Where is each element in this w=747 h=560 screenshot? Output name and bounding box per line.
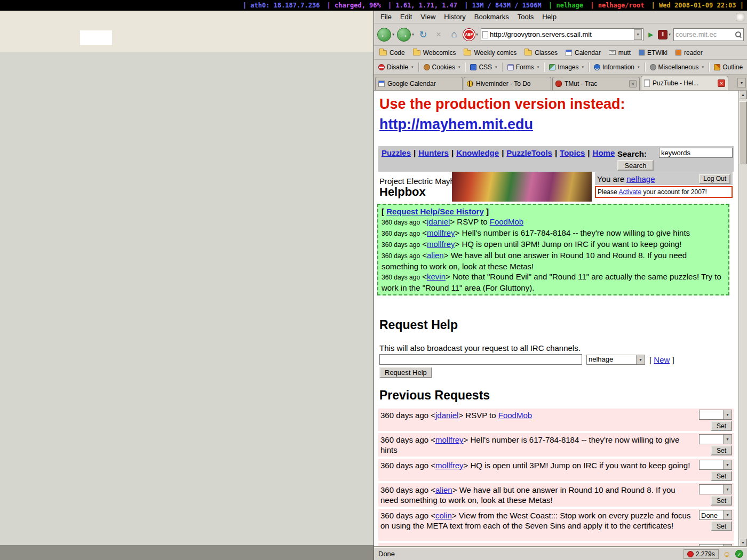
nav-link-puzzletools[interactable]: PuzzleTools [506,148,552,157]
user-link[interactable]: mollfrey [427,239,455,249]
user-link[interactable]: kevin [427,272,446,281]
chevron-down-icon[interactable]: ▾ [723,435,732,444]
user-link[interactable]: mollfrey [427,228,455,237]
bookmark-classes[interactable]: Classes [525,49,558,57]
tab-google-calendar[interactable]: Google Calendar [375,77,463,90]
webdev-forms[interactable]: Forms▾ [507,63,539,71]
webdev-cookies[interactable]: Cookies▾ [424,63,460,71]
bookmark-webcomics[interactable]: Webcomics [413,49,456,57]
nav-link-knowledge[interactable]: Knowledge [456,148,499,157]
url-text[interactable]: http://groovytron.servers.csail.mit [490,30,632,38]
browser-search-box[interactable]: course.mit.ec [673,28,744,41]
chevron-down-icon[interactable]: ▾ [723,510,732,519]
menu-bookmarks[interactable]: Bookmarks [470,11,513,22]
new-user-link[interactable]: New [654,355,670,364]
menu-help[interactable]: Help [538,11,561,22]
logout-button[interactable]: Log Out [699,174,730,184]
webdev-miscellaneous[interactable]: Miscellaneous▾ [650,63,704,71]
back-button[interactable]: ← ▾ [377,28,394,42]
home-button[interactable]: ⌂ [448,29,460,40]
webdev-images[interactable]: Images▾ [549,63,584,71]
go-button[interactable]: ► [646,30,655,39]
smiley-icon[interactable]: ☺ [723,549,731,558]
tab-tmut-trac[interactable]: TMut - Trac × [552,77,640,90]
chevron-down-icon[interactable]: ▾ [723,410,732,419]
username-link[interactable]: nelhage [626,174,655,183]
search-input[interactable] [659,148,733,158]
bookmark-etwiki[interactable]: ETWiki [639,49,667,57]
request-user-select[interactable]: nelhage ▾ [586,355,645,365]
user-link[interactable]: jdaniel [435,411,458,420]
request-history-link[interactable]: Request Help/See History [386,207,484,216]
set-button[interactable]: Set [711,445,732,455]
entry-link[interactable]: FoodMob [498,411,532,420]
tab-hiveminder[interactable]: Hiveminder - To Do [464,77,551,90]
set-button[interactable]: Set [711,421,732,431]
scroll-down-button[interactable]: ▼ [739,539,747,547]
chevron-down-icon[interactable]: ▾ [636,355,645,364]
nav-link-puzzles[interactable]: Puzzles [382,148,411,157]
bookmark-mutt[interactable]: mutt [609,49,631,57]
close-icon[interactable]: × [629,80,637,87]
search-button[interactable]: Search [617,160,654,171]
activate-link[interactable]: Activate [618,188,641,196]
forward-button[interactable]: → ▾ [397,28,414,42]
user-link[interactable]: mollfrey [435,461,464,470]
tab-list-dropdown[interactable]: ▾ [737,78,746,87]
url-bar[interactable]: http://groovytron.servers.csail.mit ▾ [481,28,643,41]
chevron-down-icon[interactable]: ▾ [723,460,732,469]
browser-search-text[interactable]: course.mit.ec [676,30,735,38]
menu-edit[interactable]: Edit [396,11,416,22]
bookmark-calendar[interactable]: Calendar [566,49,601,57]
adblock-status-icon[interactable] [687,551,694,557]
check-icon[interactable]: ✓ [735,550,743,558]
user-link[interactable]: alien [427,251,444,260]
reload-button[interactable]: ↻ [417,29,430,41]
url-dropdown-icon[interactable]: ▾ [634,29,642,40]
nav-link-hunters[interactable]: Hunters [418,148,449,157]
adblock-button[interactable]: ABP ▾ [463,29,478,41]
forward-history-dropdown-icon[interactable]: ▾ [412,32,414,37]
bookmark-weekly-comics[interactable]: Weekly comics [464,49,516,57]
tab-puztube-active[interactable]: PuzTube - Hel... × [641,76,728,90]
status-select[interactable]: ▾ [699,460,732,470]
scrollbar-thumb[interactable] [739,101,747,164]
close-icon[interactable]: × [718,79,725,87]
chevron-down-icon[interactable]: ▾ [723,485,732,494]
menu-file[interactable]: File [376,11,396,22]
user-link[interactable]: mollfrey [435,435,464,444]
vertical-scrollbar[interactable]: ▲ ▼ [738,91,747,547]
status-select[interactable]: ▾ [699,410,732,420]
nav-link-topics[interactable]: Topics [560,148,585,157]
user-link[interactable]: jdaniel [427,217,450,226]
request-help-button[interactable]: Request Help [379,367,432,378]
status-select[interactable]: ▾ [699,484,732,494]
user-link[interactable]: colin [435,511,452,520]
bookmark-code[interactable]: Code [379,49,405,57]
bookmark-reader[interactable]: reader [676,49,703,57]
nav-link-home[interactable]: Home [593,148,615,157]
webdev-css[interactable]: CSS▾ [470,63,497,71]
webdev-disable[interactable]: Disable▾ [378,63,414,71]
adblock-dropdown-icon[interactable]: ▾ [476,32,478,37]
magnifier-icon[interactable] [735,31,742,38]
menu-view[interactable]: View [416,11,440,22]
search-engine-dropdown-icon[interactable]: ▾ [669,32,671,37]
set-button[interactable]: Set [711,471,732,481]
webdev-outline[interactable]: Outline [714,63,743,71]
menu-history[interactable]: History [440,11,470,22]
production-site-link[interactable]: http://mayhem.mit.edu [379,116,533,133]
entry-link[interactable]: FoodMob [490,217,523,226]
user-link[interactable]: alien [435,485,452,494]
status-select[interactable]: ▾ [699,434,732,444]
stop-button[interactable]: × [432,30,445,39]
search-engine-button[interactable]: ‖ ▾ [658,30,671,39]
status-select[interactable]: Done▾ [699,510,732,520]
request-help-input[interactable] [379,354,582,365]
scroll-up-button[interactable]: ▲ [739,91,747,99]
back-history-dropdown-icon[interactable]: ▾ [392,32,394,37]
set-button[interactable]: Set [711,495,732,506]
set-button[interactable]: Set [711,521,732,531]
menu-tools[interactable]: Tools [513,11,538,22]
webdev-information[interactable]: Information▾ [594,63,640,71]
